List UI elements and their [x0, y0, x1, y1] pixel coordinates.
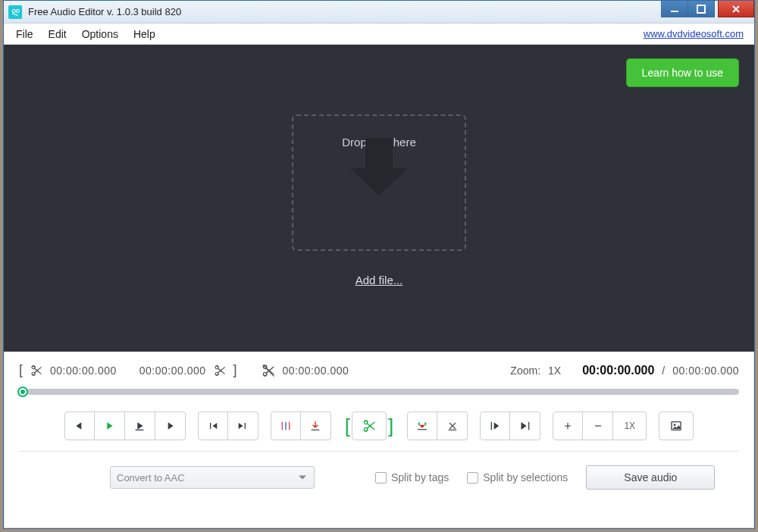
- seek-handle[interactable]: [17, 386, 28, 397]
- menu-edit[interactable]: Edit: [41, 25, 74, 43]
- learn-how-to-use-button[interactable]: Learn how to use: [626, 58, 739, 87]
- save-audio-button[interactable]: Save audio: [586, 465, 715, 490]
- svg-rect-7: [312, 430, 320, 430]
- svg-rect-8: [418, 429, 427, 430]
- svg-rect-1: [697, 5, 705, 13]
- window-title: Free Audio Editor v. 1.0.3 build 820: [28, 6, 181, 17]
- checkbox-icon: [467, 472, 478, 483]
- delete-button[interactable]: [437, 412, 468, 440]
- svg-rect-0: [671, 11, 678, 12]
- selection-end-button[interactable]: [510, 412, 540, 440]
- time-separator: /: [662, 365, 665, 377]
- menubar: File Edit Options Help www.dvdvideosoft.…: [4, 23, 754, 45]
- svg-line-2: [262, 365, 274, 376]
- play-selection-button[interactable]: [125, 412, 155, 440]
- skip-start-button[interactable]: [198, 412, 228, 440]
- trim-button[interactable]: [407, 412, 437, 440]
- app-icon: [8, 5, 22, 19]
- zoom-value: 1X: [548, 365, 561, 377]
- selection-start-time: 00:00:00.000: [50, 365, 117, 377]
- step-forward-button[interactable]: [155, 412, 186, 440]
- svg-rect-3: [136, 430, 144, 430]
- window-controls: [662, 1, 754, 17]
- selection-end-time: 00:00:00.000: [139, 365, 206, 377]
- bracket-open-icon: [: [343, 415, 352, 438]
- bottom-bar: Convert to AAC Split by tags Split by se…: [4, 452, 754, 490]
- split-by-selections-label: Split by selections: [483, 471, 568, 483]
- output-format-select[interactable]: Convert to AAC: [110, 466, 315, 489]
- image-export-button[interactable]: [659, 412, 694, 440]
- menu-options[interactable]: Options: [74, 25, 126, 43]
- bracket-close-icon: ]: [233, 362, 237, 378]
- skip-end-button[interactable]: [228, 412, 258, 440]
- svg-rect-5: [285, 422, 286, 430]
- checkbox-icon: [375, 472, 387, 483]
- menu-file[interactable]: File: [8, 25, 41, 43]
- step-back-button[interactable]: [64, 412, 95, 440]
- selection-bounds-group: [480, 412, 540, 440]
- zoom-label: Zoom:: [510, 365, 540, 377]
- minimize-button[interactable]: [661, 1, 688, 17]
- player-toolbar: [ ]: [4, 401, 754, 451]
- selection-start-button[interactable]: [480, 412, 510, 440]
- drop-zone[interactable]: Drop files here: [292, 114, 466, 251]
- svg-rect-6: [289, 422, 290, 430]
- zoom-group: 1X: [553, 412, 647, 440]
- drop-area: Learn how to use Drop files here Add fil…: [4, 45, 754, 352]
- playback-group: [64, 412, 186, 440]
- bracket-open-icon: [: [19, 362, 23, 378]
- delete-group: [407, 412, 468, 440]
- cut-selection-group: [ ]: [343, 412, 395, 440]
- scissors-strike-icon: [262, 364, 275, 377]
- svg-rect-4: [281, 422, 282, 430]
- svg-rect-9: [448, 430, 456, 430]
- website-link[interactable]: www.dvdvideosoft.com: [644, 28, 750, 39]
- close-button[interactable]: [718, 1, 754, 17]
- scissors-icon: [214, 365, 226, 377]
- zoom-reset-button[interactable]: 1X: [613, 412, 647, 440]
- output-format-value: Convert to AAC: [117, 472, 185, 483]
- split-by-tags-label: Split by tags: [391, 471, 449, 483]
- seek-slider[interactable]: [19, 389, 739, 395]
- timecode-row: [ 00:00:00.000 00:00:00.000 ] 00:00:00.0…: [4, 352, 754, 381]
- scissors-icon: [30, 365, 42, 377]
- titlebar: Free Audio Editor v. 1.0.3 build 820: [4, 1, 754, 23]
- play-button[interactable]: [95, 412, 125, 440]
- menu-help[interactable]: Help: [126, 25, 163, 43]
- selection-range: [ 00:00:00.000 00:00:00.000 ] 00:00:00.0…: [19, 362, 349, 378]
- svg-rect-10: [491, 422, 492, 430]
- window-frame: Free Audio Editor v. 1.0.3 build 820 Fil…: [3, 0, 755, 529]
- cut-position-time: 00:00:00.000: [283, 365, 349, 377]
- current-time: 00:00:00.000: [582, 364, 654, 377]
- zoom-in-button[interactable]: [553, 412, 583, 440]
- total-time: 00:00:00.000: [672, 365, 739, 377]
- bracket-close-icon: ]: [387, 415, 395, 438]
- svg-point-13: [674, 424, 676, 426]
- cut-selection-button[interactable]: [352, 412, 387, 440]
- set-marker-button[interactable]: [301, 412, 331, 440]
- skip-group: [198, 412, 258, 440]
- maximize-button[interactable]: [688, 1, 715, 17]
- svg-rect-11: [528, 422, 529, 430]
- markers-button[interactable]: [271, 412, 301, 440]
- split-by-selections-checkbox[interactable]: Split by selections: [467, 471, 568, 483]
- split-by-tags-checkbox[interactable]: Split by tags: [375, 471, 449, 483]
- zoom-out-button[interactable]: [583, 412, 613, 440]
- marker-group: [271, 412, 331, 440]
- add-file-link[interactable]: Add file...: [356, 274, 403, 286]
